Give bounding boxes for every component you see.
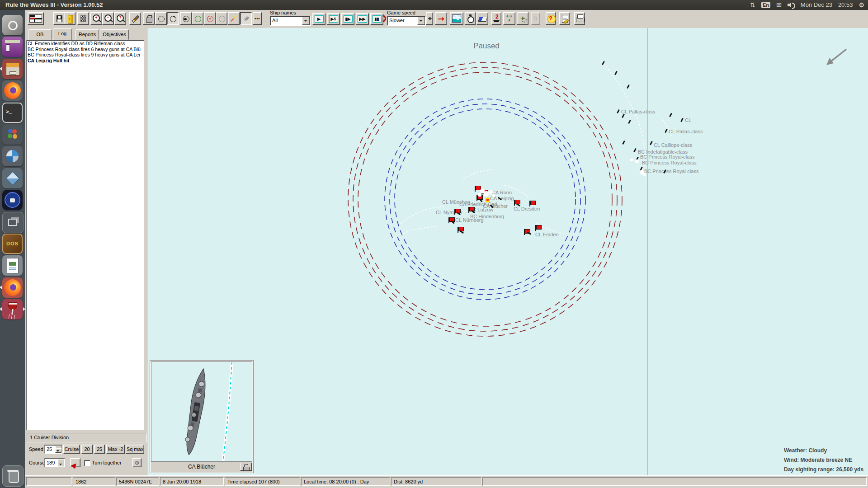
zoom-in-button-glyph: + (93, 14, 100, 22)
tab-label: Log (58, 31, 66, 36)
pause-button[interactable]: ▮▮ (370, 13, 383, 25)
mail-icon[interactable]: ✉ (776, 0, 782, 10)
speed-spinbox[interactable]: 25 (44, 445, 62, 454)
dock-item-software-center[interactable] (2, 37, 23, 57)
dock-item-photo-tool[interactable] (2, 146, 23, 166)
tab-ob[interactable]: OB (28, 29, 52, 40)
print-button[interactable] (574, 12, 585, 25)
status-cell: 1862 (73, 477, 115, 486)
game-speed-dropdown-arrow[interactable] (417, 17, 425, 25)
german-ship-flag[interactable] (535, 225, 542, 231)
air-formation-button-glyph: ✈✈ ✈ (506, 14, 513, 23)
lock-view-button[interactable] (143, 12, 155, 25)
ship-names-dropdown-arrow[interactable] (302, 17, 310, 25)
circle-tick-button[interactable] (167, 12, 179, 25)
dock-item-workspace[interactable] (2, 212, 24, 233)
play-button[interactable]: ▶ (312, 13, 326, 25)
timer-button[interactable] (465, 12, 476, 25)
course-row: Course 189 Turn together ⊕ (26, 458, 146, 468)
report-button[interactable] (559, 12, 570, 25)
map[interactable]: Paused Weather: CloudyWind: Moderate bre… (147, 28, 868, 476)
zoom-query-button[interactable]: ? (114, 12, 126, 25)
play-5-button[interactable]: ▶5 (327, 13, 340, 25)
speed-spinner[interactable] (426, 12, 433, 25)
clock-time[interactable]: 20:53 (838, 0, 853, 10)
exit-button[interactable] (64, 12, 75, 25)
ship-inset-panel: CA Blücher (150, 360, 254, 473)
circle-filled-button[interactable] (180, 12, 192, 25)
circle-green-button[interactable] (192, 12, 203, 25)
course-down-button[interactable] (58, 462, 64, 466)
dock-item-ubuntu-dash[interactable] (2, 15, 23, 35)
clock-date[interactable]: Mon Dec 23 (801, 0, 832, 10)
speed-preset-button[interactable]: Max -2 (106, 445, 125, 454)
keyboard-layout-indicator[interactable]: En (761, 2, 770, 8)
dock-item-keepass[interactable] (2, 190, 23, 210)
network-arrows-icon[interactable]: ⇅ (750, 0, 755, 10)
speed-preset-button[interactable]: 25 (94, 445, 105, 454)
tab-label: OB (37, 32, 44, 37)
smoke-puff (478, 193, 481, 197)
dock-item-playonlinux[interactable] (2, 124, 23, 145)
dock-item-firefox[interactable] (2, 80, 23, 101)
toolbar: Ship names All Game speed Slower +−?▪▪▪→… (25, 10, 868, 28)
course-spinbox[interactable]: 189 (44, 458, 65, 467)
speed-preset-button[interactable]: Sq max (126, 445, 144, 454)
play-1-button[interactable]: ▮▶ (341, 13, 354, 25)
dock-item-trash[interactable] (2, 465, 24, 487)
circle-red-button[interactable] (204, 12, 216, 25)
tab-reports[interactable]: Reports (75, 29, 99, 40)
dock-item-virtualbox[interactable] (2, 168, 23, 188)
speed-preset-button[interactable]: 20 (81, 445, 93, 454)
speed-preset-button[interactable]: Cruise (63, 445, 80, 454)
dots-button[interactable]: ▪▪▪ (253, 12, 262, 25)
game-speed-group: Game speed Slower (387, 10, 426, 28)
dock-item-wine[interactable] (2, 299, 23, 319)
air-ops-button[interactable]: ✈ (517, 12, 528, 25)
advance-button[interactable]: → (435, 12, 447, 25)
help-button[interactable]: ? (546, 12, 556, 25)
tab-log[interactable]: Log (53, 28, 72, 40)
turn-together-checkbox[interactable] (84, 460, 90, 466)
lightning-button[interactable]: ↯ (531, 12, 540, 25)
circle-outline-button[interactable] (155, 12, 167, 25)
speed-down-button[interactable] (55, 448, 61, 453)
inset-lock-button[interactable] (240, 463, 252, 471)
dock-item-archive-manager[interactable] (2, 59, 23, 79)
air-formation-button[interactable]: ✈✈ ✈ (503, 12, 515, 25)
weather-map-button[interactable] (450, 12, 463, 25)
ship-wake-trail (464, 169, 493, 178)
play-fast-button[interactable]: ▶▶ (356, 13, 369, 25)
dither-button[interactable] (77, 12, 89, 25)
ship-damage-button[interactable] (491, 12, 501, 25)
formation-compass-button[interactable]: ⊕ (132, 458, 142, 467)
log-list[interactable]: CL Emden identifies DD as DD Rifleman-cl… (26, 40, 144, 430)
dock-item-libreoffice-writer[interactable] (2, 255, 23, 276)
log-line: BC Princess Royal-class fires 6 heavy gu… (28, 47, 144, 52)
dock-item-dosbox[interactable]: DOS (2, 234, 23, 254)
draw-tool-button[interactable] (129, 12, 141, 25)
ship-label: BC Princess Royal-class (642, 160, 696, 165)
session-gear-icon[interactable]: ⚙ (859, 0, 864, 10)
zoom-out-button[interactable]: − (102, 12, 114, 25)
eraser-button[interactable] (476, 12, 488, 25)
running-indicator (0, 307, 2, 311)
division-title: 1 Cruiser Division (27, 433, 147, 442)
ship-names-group: Ship names All (270, 10, 311, 28)
game-speed-select[interactable]: Slower (387, 16, 426, 26)
zoom-in-button[interactable]: + (90, 12, 102, 25)
smoke-toggle-button[interactable] (240, 12, 252, 25)
dock-item-terminal[interactable]: >_ (2, 103, 23, 123)
smoke-puff (489, 190, 493, 194)
set-course-button[interactable] (70, 458, 80, 467)
status-cell: Dist: 8620 yd (391, 477, 481, 486)
splash-line-button[interactable] (228, 12, 240, 25)
tab-objectives[interactable]: Objectives (100, 29, 129, 40)
ship-names-select[interactable]: All (270, 16, 311, 26)
dock-item-firefox-alt[interactable] (2, 277, 23, 298)
german-ship-flag[interactable] (529, 201, 536, 206)
volume-icon[interactable] (788, 2, 795, 8)
circle-grey-button[interactable] (216, 12, 227, 25)
german-flag-button[interactable] (28, 12, 44, 25)
zoom-query-button-glyph: ? (117, 14, 124, 22)
